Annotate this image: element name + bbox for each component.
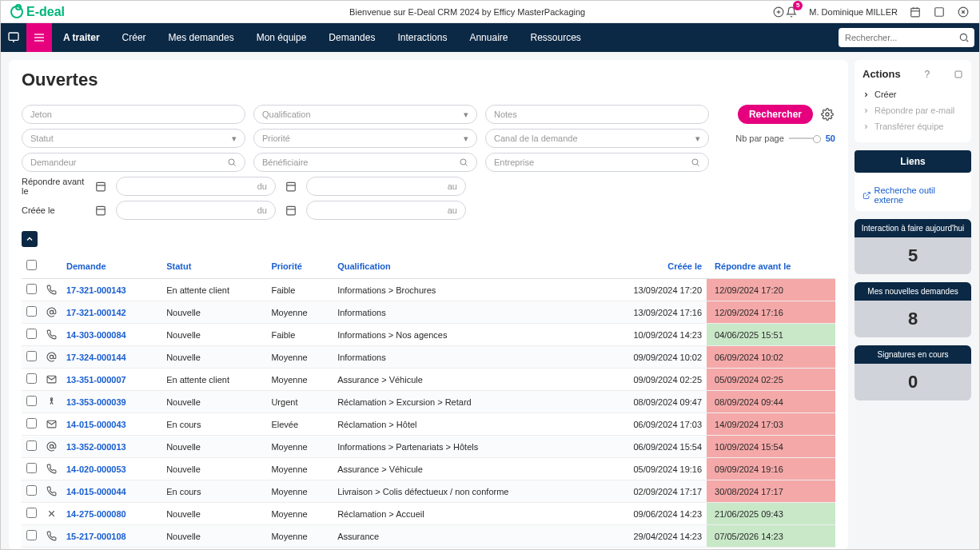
calendar-icon[interactable] xyxy=(94,203,108,217)
action-créer[interactable]: Créer xyxy=(862,86,963,102)
filter-beneficiaire[interactable]: Bénéficiaire xyxy=(253,153,477,172)
nav-item-créer[interactable]: Créer xyxy=(111,23,157,52)
table-row[interactable]: 14-015-000043 En cours Elevée Réclamatio… xyxy=(22,413,835,436)
request-link[interactable]: 13-351-000007 xyxy=(66,375,126,385)
table-row[interactable]: 17-321-000142 Nouvelle Moyenne Informati… xyxy=(22,301,835,324)
table-row[interactable]: 14-275-000080 Nouvelle Moyenne Réclamati… xyxy=(22,503,835,525)
bell-icon[interactable]: 5 xyxy=(785,6,798,18)
cell-statut: En attente client xyxy=(161,279,266,301)
svg-rect-11 xyxy=(9,33,18,40)
filter-entreprise[interactable]: Entreprise xyxy=(485,153,709,172)
filter-notes[interactable]: Notes xyxy=(485,105,709,124)
date-du-input-1[interactable]: du xyxy=(116,177,276,196)
table-row[interactable]: 13-352-000013 Nouvelle Moyenne Informati… xyxy=(22,436,835,458)
row-checkbox[interactable] xyxy=(26,284,37,294)
filter-priorite[interactable]: Priorité▾ xyxy=(253,129,477,148)
calendar-icon[interactable] xyxy=(284,179,298,193)
table-row[interactable]: 13-353-000039 Nouvelle Urgent Réclamatio… xyxy=(22,391,835,413)
username[interactable]: M. Dominique MILLER xyxy=(809,7,898,17)
col-repondre[interactable]: Répondre avant le xyxy=(707,253,835,279)
filter-statut[interactable]: Statut▾ xyxy=(22,129,245,148)
cell-qualification: Informations > Nos agences xyxy=(333,324,594,346)
svg-point-19 xyxy=(229,159,234,165)
add-icon[interactable] xyxy=(772,6,785,18)
request-link[interactable]: 14-015-000044 xyxy=(66,487,126,496)
stat-card[interactable]: Interaction à faire aujourd'hui5 xyxy=(855,219,971,274)
window-icon[interactable] xyxy=(933,6,946,18)
filter-qualification[interactable]: Qualification▾ xyxy=(253,105,477,124)
row-checkbox[interactable] xyxy=(26,396,37,406)
request-link[interactable]: 14-303-000084 xyxy=(66,330,126,340)
request-link[interactable]: 17-321-000142 xyxy=(66,308,126,317)
table-row[interactable]: 13-351-000007 En attente client Moyenne … xyxy=(22,369,835,391)
row-checkbox[interactable] xyxy=(26,508,37,518)
stat-value: 0 xyxy=(855,364,971,401)
col-qualification[interactable]: Qualification xyxy=(333,253,594,279)
filter-canal[interactable]: Canal de la demande▾ xyxy=(485,129,709,148)
row-checkbox[interactable] xyxy=(26,329,37,339)
request-link[interactable]: 17-324-000144 xyxy=(66,353,126,362)
calendar-icon[interactable] xyxy=(909,6,922,18)
calendar-icon[interactable] xyxy=(284,203,298,217)
gear-icon[interactable] xyxy=(819,106,835,122)
per-page-slider[interactable] xyxy=(789,138,821,139)
external-search-link[interactable]: Recherche outil externe xyxy=(855,179,971,211)
cell-statut: En attente client xyxy=(161,369,266,391)
nav-item-ressources[interactable]: Ressources xyxy=(519,23,592,52)
table-row[interactable]: 14-020-000053 Nouvelle Moyenne Assurance… xyxy=(22,458,835,480)
close-icon[interactable] xyxy=(957,6,970,18)
nav-search[interactable] xyxy=(839,28,974,47)
stat-card[interactable]: Mes nouvelles demandes8 xyxy=(855,282,971,337)
table-row[interactable]: 14-303-000084 Nouvelle Faible Informatio… xyxy=(22,324,835,346)
row-checkbox[interactable] xyxy=(26,306,37,317)
liens-button[interactable]: Liens xyxy=(855,150,971,173)
row-checkbox[interactable] xyxy=(26,463,37,473)
row-checkbox[interactable] xyxy=(26,530,37,540)
nav-item-a-traiter[interactable]: A traiter xyxy=(52,23,111,52)
col-priorite[interactable]: Priorité xyxy=(266,253,333,279)
calendar-icon[interactable] xyxy=(94,179,108,193)
select-all-checkbox[interactable] xyxy=(26,260,37,270)
nav-item-annuaire[interactable]: Annuaire xyxy=(458,23,519,52)
col-demande[interactable]: Demande xyxy=(62,253,161,279)
col-statut[interactable]: Statut xyxy=(161,253,266,279)
nav-menu-icon[interactable] xyxy=(26,23,52,52)
request-link[interactable]: 14-275-000080 xyxy=(66,509,126,519)
row-checkbox[interactable] xyxy=(26,485,37,496)
table-row[interactable]: 17-324-000144 Nouvelle Moyenne Informati… xyxy=(22,346,835,369)
row-checkbox[interactable] xyxy=(26,351,37,361)
stat-card[interactable]: Signatures en cours0 xyxy=(855,345,971,401)
nav-item-interactions[interactable]: Interactions xyxy=(386,23,458,52)
export-icon[interactable] xyxy=(954,70,963,79)
row-checkbox[interactable] xyxy=(26,440,37,451)
cell-statut: Nouvelle xyxy=(161,346,266,369)
nav-search-input[interactable] xyxy=(839,28,974,47)
filter-jeton[interactable]: Jeton xyxy=(22,105,245,124)
row-checkbox[interactable] xyxy=(26,373,37,384)
nav-item-mon-équipe[interactable]: Mon équipe xyxy=(245,23,318,52)
row-checkbox[interactable] xyxy=(26,418,37,428)
request-link[interactable]: 14-020-000053 xyxy=(66,464,126,474)
request-link[interactable]: 13-352-000013 xyxy=(66,442,126,452)
table-row[interactable]: 14-015-000044 En cours Moyenne Livraison… xyxy=(22,480,835,503)
request-link[interactable]: 14-015-000043 xyxy=(66,420,126,429)
svg-line-20 xyxy=(233,164,235,165)
table-row[interactable]: 17-321-000143 En attente client Faible I… xyxy=(22,279,835,301)
filter-demandeur[interactable]: Demandeur xyxy=(22,153,245,172)
logo[interactable]: E-deal xyxy=(10,5,170,19)
date-au-input-1[interactable]: au xyxy=(306,177,466,196)
help-icon[interactable]: ? xyxy=(924,69,930,80)
date-au-input-2[interactable]: au xyxy=(306,201,466,220)
col-creee[interactable]: Créée le xyxy=(594,253,707,279)
nav-item-demandes[interactable]: Demandes xyxy=(317,23,386,52)
request-link[interactable]: 13-353-000039 xyxy=(66,397,126,407)
request-link[interactable]: 15-217-000108 xyxy=(66,532,126,541)
collapse-button[interactable] xyxy=(22,231,38,247)
date-du-input-2[interactable]: du xyxy=(116,201,276,220)
nav-item-mes-demandes[interactable]: Mes demandes xyxy=(157,23,245,52)
nav-compose-icon[interactable] xyxy=(1,23,26,52)
table-row[interactable]: 15-217-000108 Nouvelle Moyenne Assurance… xyxy=(22,525,835,548)
svg-point-33 xyxy=(50,310,53,313)
search-button[interactable]: Rechercher xyxy=(738,105,813,124)
request-link[interactable]: 17-321-000143 xyxy=(66,285,126,295)
